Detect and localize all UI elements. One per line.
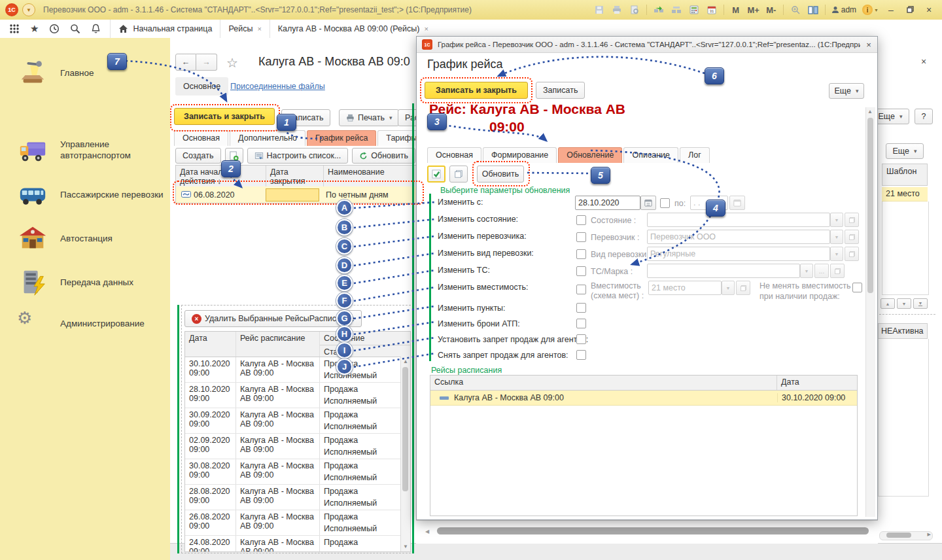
restore-button[interactable] <box>903 5 916 15</box>
save-icon[interactable] <box>593 4 605 16</box>
keep-capacity-checkbox[interactable] <box>852 283 862 292</box>
refresh-button[interactable]: Обновить <box>352 148 415 164</box>
capacity-input[interactable]: 21 место <box>648 281 722 295</box>
scroll-down-icon[interactable] <box>401 544 410 550</box>
table-row[interactable]: 26.08.2020 09:00 Калуга АВ - Москва АВ 0… <box>185 510 410 536</box>
sidebar-item-avtotransport[interactable]: Управление автотранспортом <box>0 130 170 171</box>
horizontal-scrollbar[interactable] <box>879 531 933 540</box>
vertical-scrollbar[interactable] <box>400 357 410 551</box>
save-close-button[interactable]: Записать и закрыть <box>174 108 275 125</box>
carrier-dropdown-button[interactable] <box>830 230 843 244</box>
vehicle-dropdown-button[interactable] <box>800 264 813 278</box>
current-user[interactable]: adm <box>831 5 856 14</box>
tab-route[interactable]: Калуга АВ - Москва АВ 09:00 (Рейсы) <box>270 20 436 38</box>
date-from-input[interactable]: 28.10.2020 <box>575 196 640 210</box>
history-icon[interactable] <box>49 24 60 34</box>
remove-ban-checkbox[interactable] <box>576 350 586 360</box>
col-date[interactable]: Дата <box>777 376 857 390</box>
set-ban-checkbox[interactable] <box>576 334 586 344</box>
col-date-close[interactable]: Дата закрытия <box>266 166 324 187</box>
col-template[interactable]: Шаблон <box>882 164 928 186</box>
state-input[interactable] <box>647 213 830 227</box>
table-row[interactable]: 30.08.2020 09:00 Калуга АВ - Москва АВ 0… <box>185 459 410 485</box>
state-checkbox[interactable] <box>576 215 586 225</box>
tab-osnovnaya[interactable]: Основная <box>174 130 228 146</box>
state-open-button[interactable] <box>845 213 859 227</box>
table-row[interactable]: 02.09.2020 09:00 Калуга АВ - Москва АВ 0… <box>185 434 410 459</box>
dialog-save-close-button[interactable]: Записать и закрыть <box>425 82 528 99</box>
print-button[interactable]: Печать <box>339 109 399 126</box>
link-get-icon[interactable] <box>671 4 682 16</box>
atp-checkbox[interactable] <box>576 319 586 328</box>
close-icon[interactable] <box>921 56 926 67</box>
tab-grafik-reysa[interactable]: График рейса <box>307 130 376 146</box>
col-date[interactable]: Дата <box>185 332 236 357</box>
vehicle-ellipsis-button[interactable]: ... <box>814 264 829 278</box>
sidebar-item-glavnoe[interactable]: Главное <box>0 52 170 94</box>
col-route[interactable]: Рейс расписание <box>236 332 320 357</box>
help-button[interactable]: ? <box>915 109 933 124</box>
apps-grid-icon[interactable] <box>9 24 20 34</box>
tab-home[interactable]: Начальная страница <box>110 20 220 38</box>
tab-log[interactable]: Лог <box>680 147 710 163</box>
capacity-open-button[interactable] <box>736 281 750 295</box>
dialog-vertical-scrollbar[interactable] <box>865 107 875 517</box>
scrollbar-thumb[interactable] <box>886 533 911 538</box>
dialog-update-button[interactable]: Обновить <box>477 166 524 183</box>
tab-reysy[interactable]: Рейсы <box>220 20 269 38</box>
carrier-checkbox[interactable] <box>576 232 586 242</box>
search-icon[interactable] <box>70 24 80 34</box>
col-state-status[interactable]: Состояние Статус <box>320 332 410 357</box>
capacity-checkbox[interactable] <box>576 285 586 294</box>
close-icon[interactable] <box>424 25 428 33</box>
vehicle-open-button[interactable] <box>830 264 845 278</box>
scroll-right-icon[interactable] <box>928 532 931 537</box>
minimize-button[interactable] <box>884 5 898 15</box>
scale-m-plus-button[interactable]: M+ <box>748 4 759 16</box>
calculator-icon[interactable] <box>688 4 700 16</box>
table-row[interactable]: 28.08.2020 09:00 Калуга АВ - Москва АВ 0… <box>185 485 410 510</box>
sidebar-item-administrirovanie[interactable]: Администрирование <box>0 307 170 340</box>
schedule-row[interactable]: 06.08.2020 По четным дням <box>175 186 420 203</box>
split-view-icon[interactable] <box>807 4 819 16</box>
select-all-button[interactable] <box>427 166 445 183</box>
tab-dopolnitelno[interactable]: Дополнительно <box>230 130 305 146</box>
capacity-dropdown-button[interactable] <box>722 281 735 295</box>
close-button[interactable] <box>922 5 935 15</box>
sidebar-item-avtostancia[interactable]: Автостанция <box>0 218 170 260</box>
info-button[interactable]: i <box>862 5 879 15</box>
carrier-input[interactable]: Перевозчик ООО <box>647 230 830 244</box>
dialog-trip-row[interactable]: Калуга АВ - Москва АВ 09:00 30.10.2020 0… <box>430 391 857 406</box>
calendar-icon[interactable]: 31 <box>706 4 718 16</box>
configure-list-button[interactable]: Настроить список... <box>247 148 349 164</box>
type-input[interactable]: Регулярные <box>647 247 830 261</box>
points-checkbox[interactable] <box>576 303 586 313</box>
table-row[interactable]: 30.09.2020 09:00 Калуга АВ - Москва АВ 0… <box>185 408 410 434</box>
attached-files-link[interactable]: Присоединенные файлы <box>230 82 325 91</box>
copy-layers-button[interactable] <box>449 166 468 183</box>
carrier-open-button[interactable] <box>845 230 859 244</box>
tab-opisanie[interactable]: Описание <box>623 147 678 163</box>
dialog-more-button[interactable]: Еще <box>829 83 864 99</box>
scale-m-minus-button[interactable]: M- <box>765 4 777 16</box>
notifications-bell-icon[interactable] <box>91 24 101 34</box>
tab-formirovanie[interactable]: Формирование <box>483 147 557 163</box>
back-button[interactable] <box>175 54 196 71</box>
cell-capacity[interactable]: 21 место <box>882 187 928 201</box>
link-add-icon[interactable] <box>653 4 665 16</box>
main-menu-dropdown[interactable] <box>22 3 35 16</box>
calendar-button[interactable] <box>640 196 656 210</box>
type-dropdown-button[interactable] <box>830 247 843 261</box>
table-row[interactable]: 24.08.2020 09:00 Калуга АВ - Москва АВ 0… <box>185 536 410 552</box>
delete-selected-button[interactable]: ×Удалить Выбранные РейсыРасписание <box>184 310 362 327</box>
type-open-button[interactable] <box>845 247 859 261</box>
forward-button[interactable] <box>196 54 217 71</box>
close-icon[interactable] <box>860 40 877 50</box>
tab-osnovnaya[interactable]: Основная <box>427 147 481 163</box>
scrollbar-thumb[interactable] <box>867 118 873 293</box>
scrollbar-thumb[interactable] <box>402 367 408 491</box>
dialog-save-button[interactable]: Записать <box>536 82 585 99</box>
vehicle-input[interactable] <box>647 264 800 278</box>
type-checkbox[interactable] <box>576 249 586 259</box>
row-date-close-cell[interactable] <box>266 188 319 201</box>
